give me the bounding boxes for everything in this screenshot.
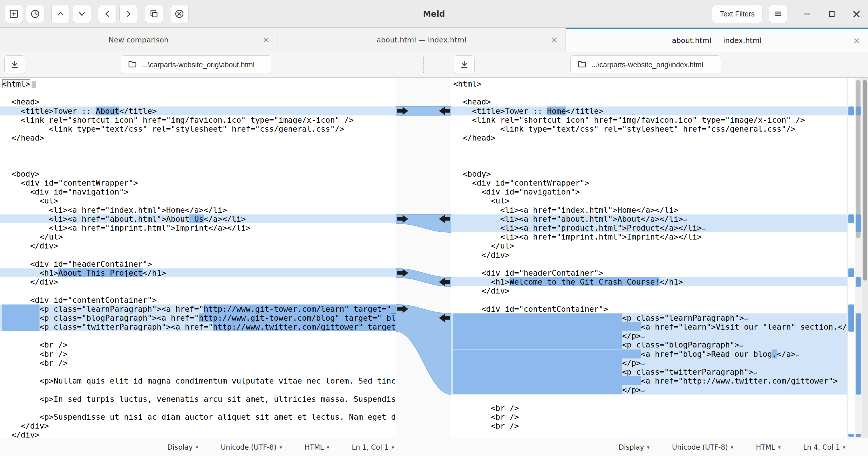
code-line[interactable] <box>0 385 396 394</box>
code-line[interactable] <box>0 88 396 97</box>
code-line[interactable]: <p>Suspendisse ut nisi ac diam auctor al… <box>0 412 396 421</box>
code-line[interactable]: <div id="navigation"> <box>451 187 847 196</box>
code-line[interactable]: <link type="text/css" rel="stylesheet" h… <box>0 124 396 133</box>
code-line[interactable]: <body> <box>451 169 847 178</box>
cursor-position-left[interactable]: Ln 1, Col 1▾ <box>352 443 394 451</box>
code-line[interactable] <box>451 161 847 169</box>
window-scrollbar[interactable] <box>862 78 868 438</box>
next-change-button[interactable] <box>73 5 91 23</box>
code-line[interactable]: <p class="twitterParagraph">↵ <box>451 367 847 376</box>
code-line[interactable]: <p class="blogParagraph">↵ <box>451 340 847 349</box>
save-left-button[interactable] <box>4 55 25 74</box>
code-line[interactable] <box>451 142 847 151</box>
code-line[interactable] <box>0 142 396 151</box>
code-line[interactable]: <br /> <box>0 340 396 349</box>
code-line[interactable]: <a href="blog">Read our blog.</a>↵ <box>451 349 847 359</box>
code-line[interactable]: <h1>Welcome to the Git Crash Course!</h1… <box>451 277 847 286</box>
code-pane-left[interactable]: <html> <head> <title>Tower :: About</tit… <box>0 78 396 438</box>
tab-comparison-1[interactable]: about.html — index.html × <box>277 28 566 52</box>
code-line[interactable]: </div> <box>0 421 396 430</box>
overview-map-left[interactable] <box>847 78 855 438</box>
syntax-menu-left[interactable]: HTML▾ <box>305 443 329 451</box>
code-line[interactable] <box>451 259 847 268</box>
cursor-position-right[interactable]: Ln 4, Col 1▾ <box>803 443 845 451</box>
code-line[interactable]: </div> <box>0 241 396 250</box>
code-line[interactable] <box>451 88 847 97</box>
code-pane-right[interactable]: <html> <head> <title>Tower :: Home</titl… <box>451 78 847 438</box>
code-line[interactable]: <a href="learn">Visit our "learn" sectio… <box>451 322 847 331</box>
code-line[interactable]: </p>↵ <box>451 331 847 340</box>
code-line[interactable]: <br /> <box>451 421 847 430</box>
overview-map-right[interactable] <box>855 78 862 438</box>
syntax-menu-right[interactable]: HTML▾ <box>756 443 781 451</box>
code-line[interactable]: <li><a href="index.html">Home</a></li> <box>0 205 396 215</box>
code-line[interactable]: <div id="headerContainer"> <box>451 268 847 277</box>
code-line[interactable]: </div> <box>451 286 847 295</box>
code-line[interactable] <box>0 286 396 295</box>
code-line[interactable]: <br /> <box>451 412 847 421</box>
code-line[interactable]: </p>↵ <box>451 385 847 394</box>
code-line[interactable] <box>0 161 396 169</box>
code-line[interactable]: <link rel="shortcut icon" href="img/favi… <box>0 115 396 124</box>
code-line[interactable]: <li><a href="about.html">About Us</a></l… <box>0 215 396 223</box>
code-line[interactable]: </head> <box>451 133 847 142</box>
tab-close-icon[interactable]: × <box>551 35 558 44</box>
code-line[interactable]: <p class="learnParagraph"><a href="http:… <box>0 305 396 313</box>
code-line[interactable]: <li><a href="product.html">Product</a></… <box>451 223 847 232</box>
code-line[interactable]: <html> <box>0 79 396 88</box>
code-line[interactable]: <title>Tower :: Home</title> <box>451 107 847 115</box>
close-button[interactable]: × <box>851 8 862 20</box>
code-line[interactable]: </ul> <box>451 241 847 250</box>
encoding-menu-right[interactable]: Unicode (UTF-8)▾ <box>672 443 734 451</box>
tab-comparison-2[interactable]: about.html — index.html × <box>566 28 868 52</box>
minimize-button[interactable] <box>801 8 813 20</box>
code-line[interactable] <box>0 251 396 259</box>
code-line[interactable]: <li><a href="about.html">About</a></li>↵ <box>451 215 847 223</box>
code-line[interactable]: <head> <box>0 97 396 106</box>
maximize-button[interactable] <box>826 8 837 20</box>
code-line[interactable]: <ul> <box>0 196 396 205</box>
code-line[interactable]: </div> <box>0 430 396 438</box>
code-line[interactable]: <link type="text/css" rel="stylesheet" h… <box>451 124 847 133</box>
code-line[interactable]: <link rel="shortcut icon" href="img/favi… <box>451 115 847 124</box>
code-line[interactable]: <div id="contentContainer"> <box>0 295 396 305</box>
code-line[interactable]: <div id="contentContainer"> <box>451 305 847 313</box>
code-line[interactable] <box>451 395 847 403</box>
code-line[interactable]: <h1>About This Project</h1> <box>0 268 396 277</box>
code-line[interactable]: <li><a href="imprint.html">Imprint</a></… <box>451 232 847 241</box>
code-line[interactable]: <li><a href="imprint.html">Imprint</a></… <box>0 223 396 232</box>
main-menu-button[interactable] <box>769 5 787 23</box>
code-line[interactable]: <p>Nullam quis elit id magna condimentum… <box>0 376 396 385</box>
code-line[interactable]: <div id="navigation"> <box>0 187 396 196</box>
code-line[interactable]: <a href="http://www.twitter.com/gittower… <box>451 376 847 385</box>
code-line[interactable]: <div id="contentWrapper"> <box>451 178 847 187</box>
code-line[interactable]: <p>In sed turpis luctus, venenatis arcu … <box>0 395 396 403</box>
text-filters-button[interactable]: Text Filters <box>712 5 763 23</box>
push-right-button[interactable] <box>119 5 138 23</box>
code-line[interactable]: <ul> <box>451 196 847 205</box>
code-line[interactable] <box>0 331 396 340</box>
code-line[interactable] <box>451 295 847 305</box>
file-chooser-right-button[interactable]: ...\carparts-website_orig\index.html <box>570 55 721 74</box>
code-line[interactable]: <div id="headerContainer"> <box>0 259 396 268</box>
code-line[interactable]: </head> <box>0 133 396 142</box>
display-menu-right[interactable]: Display▾ <box>619 443 650 451</box>
code-line[interactable]: <p class="learnParagraph">↵ <box>451 313 847 322</box>
new-comparison-button[interactable] <box>5 5 23 23</box>
window-scrollbar-thumb[interactable] <box>863 80 867 281</box>
tab-new-comparison[interactable]: New comparison × <box>0 28 277 52</box>
code-line[interactable] <box>0 403 396 412</box>
tab-close-icon[interactable]: × <box>262 35 270 44</box>
code-line[interactable]: </div> <box>0 277 396 286</box>
previous-change-button[interactable] <box>51 5 70 23</box>
code-line[interactable]: <br /> <box>0 349 396 359</box>
history-button[interactable] <box>26 5 44 23</box>
file-chooser-left-button[interactable]: ...\carparts-website_orig\about.html <box>121 55 271 74</box>
display-menu-left[interactable]: Display▾ <box>167 443 198 451</box>
encoding-menu-left[interactable]: Unicode (UTF-8)▾ <box>221 443 282 451</box>
code-line[interactable]: <li><a href="index.html">Home</a></li> <box>451 205 847 215</box>
code-line[interactable]: <div id="contentWrapper"> <box>0 178 396 187</box>
code-line[interactable] <box>0 367 396 376</box>
code-line[interactable]: <br /> <box>0 359 396 367</box>
code-line[interactable]: <head> <box>451 97 847 106</box>
